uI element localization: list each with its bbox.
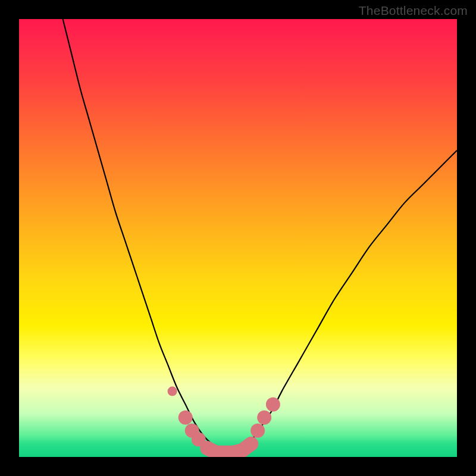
chart-frame: TheBottleneck.com: [0, 0, 476, 476]
plot-area: [19, 19, 457, 457]
watermark-text: TheBottleneck.com: [359, 4, 468, 18]
marker-point: [250, 424, 265, 438]
marker-point: [244, 437, 258, 451]
marker-group: [168, 387, 280, 457]
marker-point: [266, 397, 280, 412]
curve-layer: [19, 19, 457, 457]
marker-point: [257, 411, 271, 425]
marker-point: [178, 411, 193, 425]
marker-point: [168, 387, 177, 396]
bottleneck-curve: [63, 19, 457, 453]
